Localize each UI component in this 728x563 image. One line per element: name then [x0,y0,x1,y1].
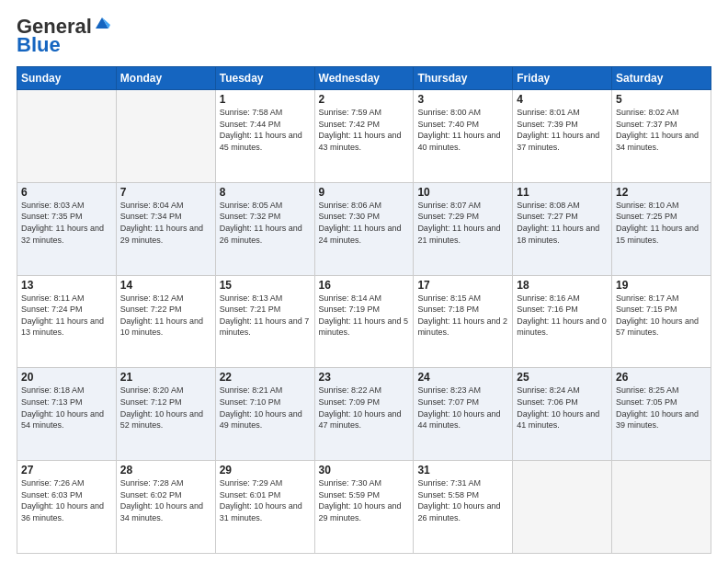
calendar-cell: 12Sunrise: 8:10 AM Sunset: 7:25 PM Dayli… [612,182,711,275]
logo-icon [94,16,110,32]
day-number: 4 [517,93,608,106]
day-number: 31 [417,464,508,477]
day-info: Sunrise: 8:23 AM Sunset: 7:07 PM Dayligh… [417,385,508,431]
day-number: 27 [21,464,112,477]
day-number: 30 [319,464,410,477]
calendar-cell [116,90,215,183]
day-info: Sunrise: 8:05 AM Sunset: 7:32 PM Dayligh… [220,200,311,246]
calendar-cell: 9Sunrise: 8:06 AM Sunset: 7:30 PM Daylig… [314,182,414,275]
day-info: Sunrise: 7:29 AM Sunset: 6:01 PM Dayligh… [220,477,311,523]
day-number: 18 [517,279,608,292]
calendar-table: SundayMondayTuesdayWednesdayThursdayFrid… [17,66,711,554]
day-info: Sunrise: 7:58 AM Sunset: 7:44 PM Dayligh… [220,107,311,153]
day-number: 3 [417,93,508,106]
day-info: Sunrise: 8:07 AM Sunset: 7:29 PM Dayligh… [417,200,508,246]
day-number: 17 [417,279,508,292]
day-number: 8 [220,186,311,199]
day-info: Sunrise: 8:18 AM Sunset: 7:13 PM Dayligh… [21,385,112,431]
calendar-header-row: SundayMondayTuesdayWednesdayThursdayFrid… [17,67,711,90]
calendar-cell: 22Sunrise: 8:21 AM Sunset: 7:10 PM Dayli… [215,368,314,461]
calendar-cell [612,461,711,554]
weekday-header: Friday [513,67,612,90]
calendar-cell: 10Sunrise: 8:07 AM Sunset: 7:29 PM Dayli… [414,182,513,275]
calendar-cell: 29Sunrise: 7:29 AM Sunset: 6:01 PM Dayli… [215,461,314,554]
day-number: 12 [616,186,707,199]
day-info: Sunrise: 7:26 AM Sunset: 6:03 PM Dayligh… [21,477,112,523]
day-number: 29 [220,464,311,477]
day-number: 5 [616,93,707,106]
day-number: 13 [21,279,112,292]
calendar-cell: 5Sunrise: 8:02 AM Sunset: 7:37 PM Daylig… [612,90,711,183]
calendar-cell: 21Sunrise: 8:20 AM Sunset: 7:12 PM Dayli… [116,368,215,461]
day-number: 19 [616,279,707,292]
calendar-cell: 6Sunrise: 8:03 AM Sunset: 7:35 PM Daylig… [17,182,117,275]
day-info: Sunrise: 8:22 AM Sunset: 7:09 PM Dayligh… [319,385,410,431]
page: General Blue SundayMondayTuesdayWednesda… [0,0,728,563]
calendar-cell: 26Sunrise: 8:25 AM Sunset: 7:05 PM Dayli… [612,368,711,461]
day-number: 21 [120,371,211,384]
day-info: Sunrise: 7:30 AM Sunset: 5:59 PM Dayligh… [319,477,410,523]
day-number: 25 [517,371,608,384]
calendar-week-row: 13Sunrise: 8:11 AM Sunset: 7:24 PM Dayli… [17,275,711,368]
day-info: Sunrise: 8:24 AM Sunset: 7:06 PM Dayligh… [517,385,608,431]
day-number: 9 [319,186,410,199]
day-number: 6 [21,186,112,199]
weekday-header: Sunday [17,67,117,90]
calendar-cell: 2Sunrise: 7:59 AM Sunset: 7:42 PM Daylig… [314,90,414,183]
day-number: 11 [517,186,608,199]
day-info: Sunrise: 8:00 AM Sunset: 7:40 PM Dayligh… [417,107,508,153]
day-info: Sunrise: 8:25 AM Sunset: 7:05 PM Dayligh… [616,385,707,431]
calendar-cell: 28Sunrise: 7:28 AM Sunset: 6:02 PM Dayli… [116,461,215,554]
calendar-cell: 4Sunrise: 8:01 AM Sunset: 7:39 PM Daylig… [513,90,612,183]
calendar-cell: 17Sunrise: 8:15 AM Sunset: 7:18 PM Dayli… [414,275,513,368]
day-info: Sunrise: 8:11 AM Sunset: 7:24 PM Dayligh… [21,293,112,339]
day-info: Sunrise: 8:12 AM Sunset: 7:22 PM Dayligh… [120,293,211,339]
calendar-cell: 13Sunrise: 8:11 AM Sunset: 7:24 PM Dayli… [17,275,117,368]
day-info: Sunrise: 8:08 AM Sunset: 7:27 PM Dayligh… [517,200,608,246]
calendar-cell: 11Sunrise: 8:08 AM Sunset: 7:27 PM Dayli… [513,182,612,275]
calendar-cell: 3Sunrise: 8:00 AM Sunset: 7:40 PM Daylig… [414,90,513,183]
calendar-cell: 31Sunrise: 7:31 AM Sunset: 5:58 PM Dayli… [414,461,513,554]
day-info: Sunrise: 8:10 AM Sunset: 7:25 PM Dayligh… [616,200,707,246]
calendar-cell [17,90,117,183]
weekday-header: Saturday [612,67,711,90]
day-info: Sunrise: 7:28 AM Sunset: 6:02 PM Dayligh… [120,477,211,523]
day-info: Sunrise: 8:17 AM Sunset: 7:15 PM Dayligh… [616,293,707,339]
calendar-cell: 20Sunrise: 8:18 AM Sunset: 7:13 PM Dayli… [17,368,117,461]
day-info: Sunrise: 8:01 AM Sunset: 7:39 PM Dayligh… [517,107,608,153]
calendar-cell: 1Sunrise: 7:58 AM Sunset: 7:44 PM Daylig… [215,90,314,183]
logo: General Blue [17,15,110,57]
day-number: 10 [417,186,508,199]
calendar-cell: 8Sunrise: 8:05 AM Sunset: 7:32 PM Daylig… [215,182,314,275]
day-number: 14 [120,279,211,292]
calendar-week-row: 1Sunrise: 7:58 AM Sunset: 7:44 PM Daylig… [17,90,711,183]
day-info: Sunrise: 8:16 AM Sunset: 7:16 PM Dayligh… [517,293,608,339]
day-info: Sunrise: 8:15 AM Sunset: 7:18 PM Dayligh… [417,293,508,339]
day-number: 1 [220,93,311,106]
calendar-cell: 27Sunrise: 7:26 AM Sunset: 6:03 PM Dayli… [17,461,117,554]
day-info: Sunrise: 8:13 AM Sunset: 7:21 PM Dayligh… [220,293,311,339]
calendar-cell: 7Sunrise: 8:04 AM Sunset: 7:34 PM Daylig… [116,182,215,275]
day-info: Sunrise: 8:20 AM Sunset: 7:12 PM Dayligh… [120,385,211,431]
day-number: 16 [319,279,410,292]
calendar-week-row: 20Sunrise: 8:18 AM Sunset: 7:13 PM Dayli… [17,368,711,461]
logo-blue: Blue [17,33,61,57]
calendar-cell: 25Sunrise: 8:24 AM Sunset: 7:06 PM Dayli… [513,368,612,461]
day-info: Sunrise: 8:21 AM Sunset: 7:10 PM Dayligh… [220,385,311,431]
day-number: 28 [120,464,211,477]
day-number: 15 [220,279,311,292]
day-number: 23 [319,371,410,384]
weekday-header: Thursday [414,67,513,90]
day-number: 26 [616,371,707,384]
day-number: 22 [220,371,311,384]
weekday-header: Wednesday [314,67,414,90]
day-number: 20 [21,371,112,384]
calendar-cell: 30Sunrise: 7:30 AM Sunset: 5:59 PM Dayli… [314,461,414,554]
calendar-cell: 16Sunrise: 8:14 AM Sunset: 7:19 PM Dayli… [314,275,414,368]
calendar-cell: 23Sunrise: 8:22 AM Sunset: 7:09 PM Dayli… [314,368,414,461]
calendar-cell [513,461,612,554]
day-number: 2 [319,93,410,106]
calendar-cell: 24Sunrise: 8:23 AM Sunset: 7:07 PM Dayli… [414,368,513,461]
day-info: Sunrise: 8:06 AM Sunset: 7:30 PM Dayligh… [319,200,410,246]
weekday-header: Monday [116,67,215,90]
